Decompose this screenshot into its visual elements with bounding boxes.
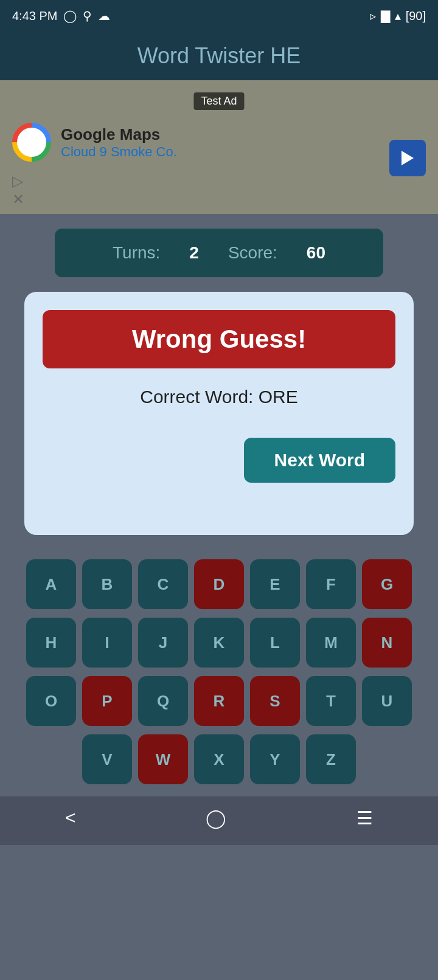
score-label: Score: bbox=[228, 243, 277, 263]
ad-navigation-icon[interactable] bbox=[389, 140, 426, 176]
next-word-button[interactable]: Next Word bbox=[244, 438, 395, 483]
google-maps-logo bbox=[12, 123, 51, 162]
key-u[interactable]: U bbox=[362, 676, 412, 726]
key-s[interactable]: S bbox=[250, 676, 300, 726]
wifi-icon: ▴ bbox=[395, 9, 401, 23]
score-value: 60 bbox=[307, 243, 325, 263]
wrong-guess-banner: Wrong Guess! bbox=[43, 310, 395, 368]
key-m[interactable]: M bbox=[306, 618, 356, 668]
usb-icon: ⚲ bbox=[83, 9, 92, 23]
score-bar: Turns: 2 Score: 60 bbox=[55, 229, 383, 277]
svg-marker-1 bbox=[401, 151, 414, 165]
key-g[interactable]: G bbox=[362, 559, 412, 609]
keyboard-row-0: ABCDEFG bbox=[12, 559, 426, 609]
result-dialog: Wrong Guess! Correct Word: ORE Next Word bbox=[24, 292, 414, 535]
key-t[interactable]: T bbox=[306, 676, 356, 726]
keyboard-area: ABCDEFGHIJKLMNOPQRSTUVWXYZ bbox=[0, 559, 438, 784]
turns-value: 2 bbox=[189, 243, 199, 263]
vibrate-icon: ▹ bbox=[370, 9, 376, 23]
bottom-nav: < ◯ ☰ bbox=[0, 796, 438, 845]
key-v[interactable]: V bbox=[82, 734, 132, 784]
ad-company-name: Google Maps bbox=[61, 125, 177, 144]
app-title: Word Twister HE bbox=[137, 43, 301, 69]
key-w[interactable]: W bbox=[138, 734, 188, 784]
key-h[interactable]: H bbox=[26, 618, 76, 668]
battery-display: [90] bbox=[406, 9, 426, 23]
app-header: Word Twister HE bbox=[0, 32, 438, 80]
key-n[interactable]: N bbox=[362, 618, 412, 668]
ad-banner: Test Ad Google Maps Cloud 9 Smoke Co. ▷ … bbox=[0, 80, 438, 214]
ad-content: Google Maps Cloud 9 Smoke Co. bbox=[12, 123, 177, 162]
menu-button[interactable]: ☰ bbox=[356, 807, 373, 829]
status-bar-left: 4:43 PM ◯ ⚲ ☁ bbox=[12, 9, 110, 23]
status-bar: 4:43 PM ◯ ⚲ ☁ ▹ ▇ ▴ [90] bbox=[0, 0, 438, 32]
wrong-guess-text: Wrong Guess! bbox=[132, 325, 306, 353]
ad-close-icon[interactable]: ✕ bbox=[12, 191, 24, 208]
key-y[interactable]: Y bbox=[250, 734, 300, 784]
ad-text-block: Google Maps Cloud 9 Smoke Co. bbox=[61, 125, 177, 160]
keyboard-row-1: HIJKLMN bbox=[12, 618, 426, 668]
correct-word-display: Correct Word: ORE bbox=[140, 387, 298, 407]
ad-play-icon: ▷ bbox=[12, 173, 23, 190]
key-e[interactable]: E bbox=[250, 559, 300, 609]
key-i[interactable]: I bbox=[82, 618, 132, 668]
signal-icon: ▇ bbox=[381, 9, 390, 23]
whatsapp-icon: ◯ bbox=[63, 9, 77, 23]
key-d[interactable]: D bbox=[194, 559, 244, 609]
cloud-icon: ☁ bbox=[98, 9, 110, 23]
key-o[interactable]: O bbox=[26, 676, 76, 726]
turns-label: Turns: bbox=[113, 243, 160, 263]
keyboard-row-2: OPQRSTU bbox=[12, 676, 426, 726]
key-k[interactable]: K bbox=[194, 618, 244, 668]
time-display: 4:43 PM bbox=[12, 9, 57, 23]
ad-label: Test Ad bbox=[193, 92, 244, 110]
key-a[interactable]: A bbox=[26, 559, 76, 609]
ad-subtitle: Cloud 9 Smoke Co. bbox=[61, 144, 177, 160]
key-c[interactable]: C bbox=[138, 559, 188, 609]
keyboard-row-3: VWXYZ bbox=[12, 734, 426, 784]
key-z[interactable]: Z bbox=[306, 734, 356, 784]
key-p[interactable]: P bbox=[82, 676, 132, 726]
key-x[interactable]: X bbox=[194, 734, 244, 784]
status-bar-right: ▹ ▇ ▴ [90] bbox=[370, 9, 426, 23]
back-button[interactable]: < bbox=[65, 807, 76, 828]
key-l[interactable]: L bbox=[250, 618, 300, 668]
home-button[interactable]: ◯ bbox=[206, 807, 226, 829]
key-b[interactable]: B bbox=[82, 559, 132, 609]
key-j[interactable]: J bbox=[138, 618, 188, 668]
key-q[interactable]: Q bbox=[138, 676, 188, 726]
key-r[interactable]: R bbox=[194, 676, 244, 726]
key-f[interactable]: F bbox=[306, 559, 356, 609]
